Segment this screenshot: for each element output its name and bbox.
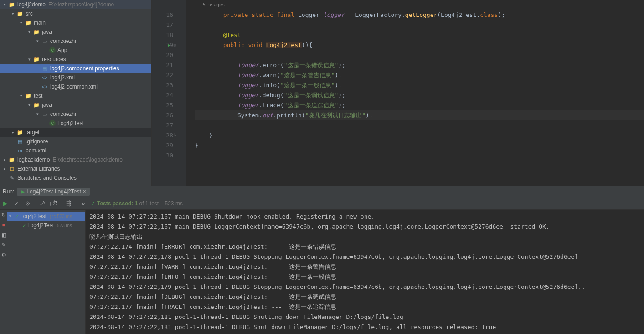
run-gutter-icon[interactable]: ▶ [168,40,170,50]
chevron-down-icon[interactable]: ▾ [26,102,32,108]
tree-item[interactable]: mpom.xml [0,146,151,155]
close-icon[interactable]: × [83,188,86,195]
stop-button[interactable]: ■ [2,222,5,228]
expand-button[interactable]: ⇶ [63,198,74,209]
editor-gutter[interactable]: 16171819▶⊟202122232425262728└2930 [152,0,186,186]
line-number[interactable]: 17 [152,20,173,30]
chevron-down-icon[interactable]: ▾ [2,2,7,7]
console-line[interactable]: 2024-08-14 07:27:22,167 main DEBUG Logge… [89,222,640,232]
console-line[interactable]: 2024-08-14 07:27:22,167 main DEBUG Shutd… [89,212,640,222]
tree-item[interactable]: ▸⊞External Libraries [0,164,151,173]
chevron-down-icon[interactable]: ▾ [18,20,24,26]
code-line[interactable]: logger.error("这是一条错误信息"); [195,60,644,70]
settings-button[interactable]: ⚙ [1,252,6,258]
tree-item[interactable]: <>log4j2.xml [0,73,151,82]
run-config-tab[interactable]: ▶ Log4j2Test.Log4j2Test × [17,188,89,196]
line-number[interactable]: 25 [152,100,173,110]
tree-item[interactable]: ▾📁java [0,27,151,37]
code-line[interactable]: logger.warn("这是一条警告信息"); [195,70,644,80]
tree-item[interactable]: CLog4j2Test [0,119,151,128]
console-line[interactable]: 2024-08-14 07:27:22,181 pool-1-thread-1 … [89,322,640,332]
code-line[interactable]: public void Log4j2Test(){ [195,40,644,50]
console-line[interactable]: 2024-08-14 07:27:22,179 pool-1-thread-1 … [89,282,640,292]
chevron-right-icon[interactable]: ▸ [2,157,7,162]
tree-item[interactable]: ▾▭com.xiezhr [0,110,151,119]
line-number[interactable]: 22 [152,70,173,80]
line-number[interactable]: 21 [152,60,173,70]
console-line[interactable]: 2024-08-14 07:27:22,181 pool-1-thread-1 … [89,312,640,322]
code-line[interactable]: @Test [195,30,644,40]
fold-icon[interactable]: ⊟ [174,40,176,50]
tree-item[interactable]: ▾📁test [0,91,151,100]
tree-item[interactable]: <>log4j2-common.xml [0,82,151,91]
code-line[interactable] [195,151,644,161]
pin-button[interactable]: ✎ [1,242,6,248]
code-line[interactable]: private static final Logger logger = Log… [195,10,644,20]
tree-item[interactable]: ▤log4j2.component.properties [0,64,151,73]
chevron-down-icon[interactable]: ▾ [26,57,32,62]
line-number[interactable]: 27 [152,120,173,130]
line-number[interactable]: 20 [152,50,173,60]
run-button[interactable]: ▶ [0,198,11,209]
tree-item[interactable]: ▾📁java [0,100,151,110]
line-number[interactable]: 28└ [152,130,173,141]
chevron-down-icon[interactable]: ▾ [35,111,40,117]
line-number[interactable]: 16 [152,10,173,20]
code-line[interactable]: System.out.println("晓凡在测试日志输出"); [195,110,644,120]
code-line[interactable] [195,120,644,130]
tree-item[interactable]: ▸📁target [0,128,151,137]
tree-item[interactable]: ▤.gitignore [0,137,151,146]
tree-item[interactable]: CApp [0,46,151,55]
code-line[interactable]: } [195,141,644,151]
pass-filter-button[interactable]: ✓ [11,198,22,209]
ignore-filter-button[interactable]: ⊘ [22,198,33,209]
sort-time-button[interactable]: ↓⏱ [48,198,59,209]
line-number[interactable]: 30 [152,151,173,161]
console-line[interactable]: 2024-08-14 07:27:22,178 pool-1-thread-1 … [89,252,640,262]
console-output[interactable]: 2024-08-14 07:27:22,167 main DEBUG Shutd… [86,210,644,334]
line-number[interactable]: 18 [152,30,173,40]
code-line[interactable] [195,50,644,60]
line-number[interactable]: 19▶⊟ [152,40,173,50]
tree-item[interactable]: ▸📁logbackdemoE:\xiezhrspace\logbackdemo [0,155,151,164]
code-editor[interactable]: 16171819▶⊟202122232425262728└2930 5 usag… [152,0,644,186]
console-line[interactable]: 07:27:22.177 [main] [WARN ] com.xiezhr.L… [89,262,640,272]
editor-code[interactable]: 5 usages private static final Logger log… [186,0,644,186]
export-button[interactable]: » [78,198,89,209]
tree-item[interactable]: ✎Scratches and Consoles [0,173,151,183]
test-tree[interactable]: ▾✓Log4j2Test(cc 523 ms✓Log4j2Test523 ms [7,210,86,334]
tree-item[interactable]: ▾📁resources [0,55,151,64]
code-line[interactable]: logger.trace("这是一条追踪信息"); [195,100,644,110]
code-line[interactable]: } [195,130,644,141]
code-line[interactable] [195,20,644,30]
code-line[interactable]: logger.info("这是一条一般信息"); [195,80,644,90]
test-row[interactable]: ▾✓Log4j2Test(cc 523 ms [7,212,85,221]
tree-item[interactable]: ▾📁log4j2demoE:\xiezhrspace\log4j2demo [0,0,151,9]
layout-button[interactable]: ◧ [1,232,6,238]
fold-end-icon[interactable]: └ [174,130,176,141]
test-row[interactable]: ✓Log4j2Test523 ms [7,221,85,230]
chevron-right-icon[interactable]: ▸ [2,166,7,172]
chevron-down-icon[interactable]: ▾ [18,93,24,99]
line-number[interactable]: 29 [152,141,173,151]
console-line[interactable]: 晓凡在测试日志输出 [89,232,640,242]
line-number[interactable]: 23 [152,80,173,90]
sort-az-button[interactable]: ↓ᴬ [37,198,48,209]
tree-item[interactable]: ▾📁src [0,9,151,18]
console-line[interactable]: 07:27:22.174 [main] [ERROR] com.xiezhr.L… [89,242,640,252]
code-line[interactable]: logger.debug("这是一条调试信息"); [195,90,644,100]
chevron-down-icon[interactable]: ▾ [26,29,32,35]
line-number[interactable]: 26 [152,110,173,120]
console-line[interactable]: 07:27:22.177 [main] [DEBUG] com.xiezhr.L… [89,292,640,302]
chevron-down-icon[interactable]: ▾ [35,38,40,44]
rerun-button[interactable]: ↻ [1,212,6,218]
chevron-down-icon[interactable]: ▾ [9,214,14,219]
tree-item[interactable]: ▾📁main [0,18,151,27]
chevron-right-icon[interactable]: ▸ [10,130,15,135]
tree-item[interactable]: ▾▭com.xiezhr [0,37,151,46]
usage-hint[interactable]: 5 usages [195,0,644,10]
chevron-down-icon[interactable]: ▾ [10,11,15,16]
project-tree[interactable]: ▾📁log4j2demoE:\xiezhrspace\log4j2demo▾📁s… [0,0,152,186]
line-number[interactable]: 24 [152,90,173,100]
console-line[interactable]: 07:27:22.177 [main] [TRACE] com.xiezhr.L… [89,302,640,312]
